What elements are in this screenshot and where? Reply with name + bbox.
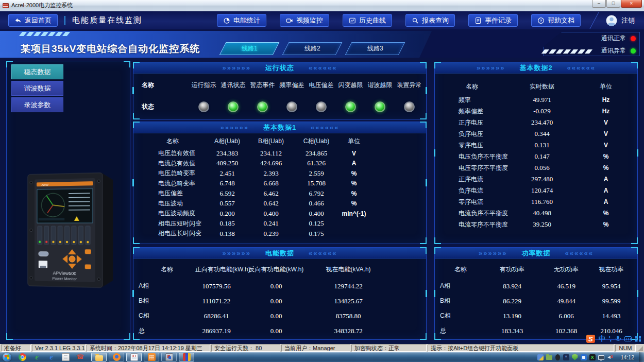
cell-value: % (580, 164, 632, 171)
cell-value: 102.368 (543, 327, 589, 335)
column-header: 名称 (440, 265, 481, 274)
back-home-button[interactable]: 返回首页 (8, 14, 58, 27)
nav-button-energy-stats[interactable]: 电能统计 (217, 14, 266, 27)
panel-titlebar: 功率数据 (435, 248, 637, 259)
status-item-name: 频率偏差 (277, 81, 307, 90)
window-titlebar: Acrel-2000电力监控系统 – □ × (0, 0, 644, 11)
panel-corner (631, 62, 638, 68)
cell-value: 0.241 (248, 219, 294, 228)
row-label: C相 (139, 312, 195, 320)
close-button[interactable]: × (621, 0, 642, 8)
history-curve-icon (349, 17, 356, 24)
statusbar-version: Ver 2.3.1 LEG 3.3.18 (32, 344, 86, 352)
tray-app-icon[interactable] (537, 354, 544, 360)
row-label: 零序电流 (440, 198, 504, 206)
panel-titlebar: 基本数据2 (435, 62, 637, 74)
maximize-button[interactable]: □ (606, 0, 620, 8)
status-light-wrap (307, 101, 336, 112)
table-row: 总286937.190.00348328.72 (139, 323, 421, 338)
table-row: 电压波动0.5570.6420.466% (139, 199, 421, 209)
panel-corner (420, 237, 427, 244)
cell-value: 6.592 (207, 189, 248, 198)
show-desktop-button[interactable] (639, 352, 644, 362)
cell-value: A (580, 198, 632, 205)
taskbar-app-acrel-app-icon[interactable] (126, 353, 142, 361)
tray-mouse-icon[interactable] (555, 354, 560, 360)
row-label: 频率偏差 (440, 107, 504, 116)
status-item-name: 通讯状态 (218, 81, 248, 90)
row-label: 正序电流 (440, 175, 504, 184)
cell-value: 95.954 (589, 282, 633, 290)
nav-button-history-curve[interactable]: 历史曲线 (343, 14, 392, 27)
cell-value: 0.138 (207, 230, 248, 238)
tab-线路3[interactable]: 线路3 (345, 42, 405, 55)
row-label: 相电压短时闪变 (139, 219, 207, 228)
taskbar-app-tools-app-icon[interactable] (161, 353, 177, 361)
power-monitor-device: Acrel (25, 169, 117, 291)
taskbar-app-explorer-folder-icon[interactable] (91, 353, 107, 361)
cell-value: 6.748 (207, 179, 248, 187)
row-label: 电流负序不平衡度 (440, 209, 504, 218)
table-header-row: 名称实时数据单位 (440, 79, 632, 94)
start-button[interactable] (0, 352, 13, 362)
tab-线路2[interactable]: 线路2 (282, 42, 343, 55)
system-tray (537, 354, 613, 360)
logout-button[interactable]: 注销 (606, 15, 635, 26)
status-light-wrap (189, 101, 218, 112)
tray-display-icon[interactable] (598, 355, 604, 360)
ie-green-icon[interactable] (33, 353, 41, 361)
notepad-icon[interactable] (62, 353, 70, 361)
sidebar-item-谐波数据[interactable]: 谐波数据 (11, 81, 63, 96)
cell-value: 0.147 (504, 152, 580, 161)
nav-button-help-docs[interactable]: ?帮助文档 (531, 14, 581, 27)
decor-arrows-icon (309, 250, 337, 256)
column-header: 名称 (139, 137, 207, 146)
taskbar-app-calendar-app-icon[interactable] (144, 353, 159, 361)
ie-blue-icon[interactable] (47, 353, 55, 361)
dialer-icon[interactable] (76, 353, 84, 361)
minimize-button[interactable]: – (592, 0, 606, 8)
status-light-off (198, 101, 209, 112)
tray-vnc-icon[interactable] (589, 354, 596, 360)
status-light-wrap (336, 101, 365, 112)
energy-data-table: 名称正向有功电能(kW.h)反向有功电能(kW.h)视在电能(kVA.h)A相1… (133, 259, 426, 338)
nav-button-report-query[interactable]: 报表查询 (405, 14, 455, 27)
nav-button-event-log[interactable]: 事件记录 (468, 14, 518, 27)
tray-bluetooth-icon[interactable] (563, 354, 569, 360)
status-item-name: 装置异常 (395, 81, 424, 90)
row-label: 频率 (440, 96, 504, 105)
nav-button-video-monitor[interactable]: 视频监控 (280, 14, 329, 27)
column-header: 名称 (440, 82, 504, 91)
tray-shield-icon[interactable] (572, 354, 578, 360)
sogou-logo-icon[interactable]: S (586, 335, 595, 343)
sidebar-item-录波参数[interactable]: 录波参数 (11, 97, 63, 112)
table-row: C相13.1906.00614.493 (440, 308, 632, 323)
tray-volume-icon[interactable] (607, 354, 613, 360)
ime-cn-mode-icon[interactable]: 中 (599, 335, 605, 343)
table-row: 电压零序不平衡度0.056% (440, 162, 632, 174)
comm-legend: 通讯正常通讯异常 (601, 34, 636, 55)
ime-grid-icon[interactable] (635, 336, 641, 342)
panel-corner (434, 247, 441, 254)
ime-punct-icon[interactable]: ', (609, 335, 611, 343)
row-label: 负序电压 (440, 130, 504, 139)
taskbar-app-media-app-icon[interactable] (179, 353, 194, 361)
taskbar-app-firefox-icon[interactable] (109, 353, 124, 361)
basic-data1-panel: 基本数据1 名称A相(Uab)B相(Uab)C相(Uab)单位电压总有效值234… (133, 122, 427, 244)
ime-mic-icon[interactable] (615, 335, 621, 343)
cell-value: 183.343 (481, 327, 543, 335)
chrome-icon[interactable] (19, 353, 26, 361)
edge-tick (426, 290, 427, 297)
cell-value: % (580, 210, 632, 217)
status-light-off (404, 101, 415, 112)
table-row: 正序电流297.480A (440, 174, 632, 185)
sidebar-item-稳态数据[interactable]: 稳态数据 (11, 64, 63, 79)
column-header: 有功功率 (481, 265, 543, 274)
tab-线路1[interactable]: 线路1 (219, 42, 280, 55)
tray-folder-icon[interactable] (546, 355, 552, 360)
tray-security-icon[interactable] (581, 354, 587, 360)
panel-title: 基本数据1 (263, 123, 296, 132)
taskbar-clock[interactable]: 14:12 (616, 354, 639, 360)
ime-keyboard-icon[interactable] (624, 336, 632, 341)
table-row: B相86.22949.84499.599 (440, 294, 632, 308)
